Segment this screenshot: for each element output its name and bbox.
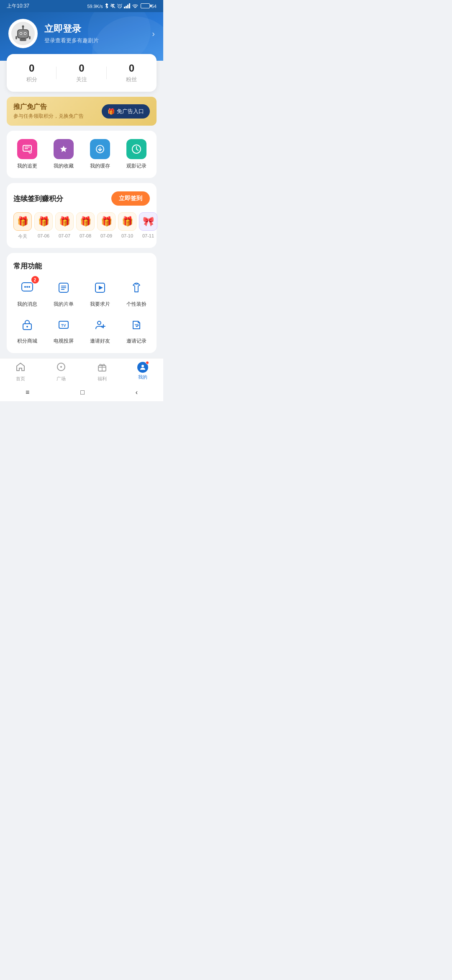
tv-icon-wrap: TV [54,315,74,335]
day-label-0711: 07-11 [142,233,154,238]
time: 上午10:37 [7,3,29,10]
day-0707[interactable]: 🎁 07-07 [55,212,74,240]
fans-value: 0 [107,62,157,74]
stat-fans[interactable]: 0 粉丝 [107,62,157,83]
svg-point-11 [21,33,22,34]
signal-icon [124,3,131,9]
ad-banner[interactable]: 推广免广告 参与任务领取积分，兑换免广告 🎁 免广告入口 [7,97,157,126]
quick-action-favorite[interactable]: 我的收藏 [47,139,80,170]
nav-home[interactable]: 首页 [0,362,41,382]
points-label: 积分 [7,76,56,83]
svg-marker-37 [99,286,103,290]
profile-row[interactable]: 立即登录 登录查看更多有趣剧片 › [8,19,155,48]
avatar [8,19,38,48]
sys-menu-icon[interactable]: ≡ [26,389,29,396]
day-icon-0707: 🎁 [55,212,74,231]
favorite-icon [54,139,74,159]
func-playlist[interactable]: 我的片单 [47,278,80,308]
welfare-nav-icon [97,362,107,374]
status-bar: 上午10:37 59.9K/s [0,0,163,12]
quick-actions-card: 我的追更 我的收藏 我的缓存 [7,131,157,178]
login-subtitle: 登录查看更多有趣剧片 [44,37,145,44]
bluetooth-icon [105,3,109,10]
watch-label: 我的追更 [17,162,37,170]
profile-arrow-icon[interactable]: › [152,29,155,39]
points-value: 0 [7,62,56,74]
quick-action-cache[interactable]: 我的缓存 [84,139,116,170]
outfit-label: 个性装扮 [126,301,146,308]
func-shop[interactable]: 积分商城 [11,315,43,345]
sys-nav: ≡ □ ‹ [0,384,163,401]
day-0710[interactable]: 🎁 07-10 [118,212,136,240]
favorite-label: 我的收藏 [54,162,74,170]
plaza-nav-label: 广场 [56,376,66,382]
day-0711[interactable]: 🎀 07-11 [139,212,157,240]
day-icon-0709: 🎁 [97,212,116,231]
day-label-0706: 07-06 [38,233,49,238]
alarm-icon [117,3,122,9]
day-0709[interactable]: 🎁 07-09 [97,212,116,240]
battery-indicator [140,3,150,9]
quick-actions-grid: 我的追更 我的收藏 我的缓存 [11,139,152,170]
checkin-title: 连续签到赚积分 [13,194,63,204]
invite-label: 邀请好友 [90,338,110,345]
svg-text:TV: TV [61,323,66,328]
wifi-icon [132,4,138,9]
day-icon-0708: 🎁 [76,212,95,231]
svg-point-31 [28,286,30,288]
func-request[interactable]: 我要求片 [84,278,116,308]
functions-title: 常用功能 [11,261,152,271]
svg-point-5 [135,8,136,8]
quick-action-watch[interactable]: 我的追更 [11,139,43,170]
svg-rect-18 [20,39,26,41]
history-icon [126,139,146,159]
shop-icon-wrap [17,315,37,335]
day-icon-today: 🎁 [13,212,32,231]
quick-action-history[interactable]: 观影记录 [120,139,152,170]
checkin-button[interactable]: 立即签到 [111,191,150,206]
status-indicators: 59.9K/s [87,3,157,10]
following-label: 关注 [56,76,106,83]
fans-label: 粉丝 [107,76,157,83]
stat-following[interactable]: 0 关注 [56,62,106,83]
svg-rect-19 [23,145,31,151]
svg-rect-2 [126,6,127,8]
day-0706[interactable]: 🎁 07-06 [34,212,53,240]
cache-label: 我的缓存 [90,162,110,170]
functions-grid: 2 我的消息 我的片单 我要求片 [11,278,152,345]
gift-icon: 🎁 [108,108,115,115]
func-outfit[interactable]: 个性装扮 [120,278,152,308]
stats-card: 0 积分 0 关注 0 粉丝 [7,54,157,92]
func-invite[interactable]: 邀请好友 [84,315,116,345]
nav-plaza[interactable]: 广场 [41,362,82,382]
svg-point-51 [141,365,144,367]
nav-mine[interactable]: 我的 [123,362,164,382]
func-messages[interactable]: 2 我的消息 [11,278,43,308]
nav-welfare[interactable]: 福利 [82,362,123,382]
func-invite-record[interactable]: 邀请记录 [120,315,152,345]
history-label: 观影记录 [126,162,146,170]
invite-icon-wrap [90,315,110,335]
sys-back-icon[interactable]: ‹ [136,389,138,396]
playlist-label: 我的片单 [54,301,74,308]
messages-icon-wrap: 2 [17,278,37,298]
svg-rect-4 [129,3,130,8]
ad-text: 推广免广告 参与任务领取积分，兑换免广告 [13,103,84,120]
welfare-nav-label: 福利 [98,376,107,382]
func-tv[interactable]: TV 电视投屏 [47,315,80,345]
day-0708[interactable]: 🎁 07-08 [76,212,95,240]
stat-points[interactable]: 0 积分 [7,62,56,83]
mine-avatar-icon [137,362,148,373]
ad-subtitle: 参与任务领取积分，兑换免广告 [13,113,84,120]
request-label: 我要求片 [90,301,110,308]
tv-label: 电视投屏 [54,338,74,345]
sys-home-icon[interactable]: □ [80,389,85,396]
day-today[interactable]: 🎁 今天 [13,212,32,240]
checkin-header: 连续签到赚积分 立即签到 [13,191,150,206]
network-speed: 59.9K/s [87,4,103,9]
ad-button[interactable]: 🎁 免广告入口 [102,104,150,119]
svg-rect-1 [124,7,125,8]
day-label-0710: 07-10 [121,233,133,238]
messages-label: 我的消息 [17,301,37,308]
svg-point-15 [22,26,24,28]
